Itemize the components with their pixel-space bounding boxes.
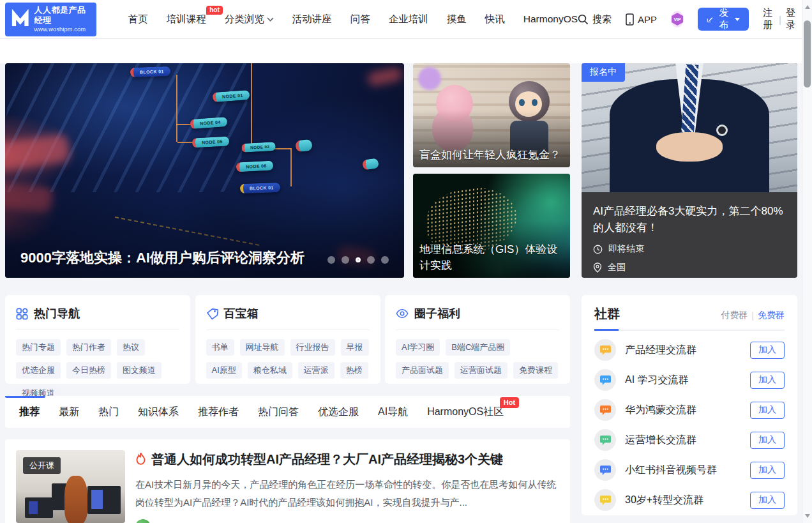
- featured-article-blindbox[interactable]: 盲盒如何让年轻人疯狂氪金？: [413, 63, 570, 167]
- tab-hot[interactable]: 热门: [98, 406, 119, 419]
- chevron-down-icon: [267, 17, 274, 22]
- join-button[interactable]: 加入: [750, 342, 785, 359]
- tab-latest[interactable]: 最新: [59, 406, 79, 419]
- nav-categories[interactable]: 分类浏览: [225, 13, 274, 26]
- scrollbar-down-arrow[interactable]: [805, 514, 810, 518]
- grid-icon: [16, 308, 28, 320]
- group-row[interactable]: AI 学习交流群 加入: [594, 369, 785, 391]
- card-title: 百宝箱: [224, 306, 259, 321]
- article-title-overlay: 盲盒如何让年轻人疯狂氪金？: [419, 147, 564, 163]
- chat-bubble-icon: [599, 465, 612, 476]
- article-excerpt: 在AI技术日新月异的今天，产品经理的角色正在经历一场革命性的转变。你是否也在思考…: [135, 476, 559, 512]
- tag-link[interactable]: AI原型: [206, 362, 242, 379]
- tag-link[interactable]: 优选企服: [16, 362, 61, 379]
- active-tab-indicator: [5, 396, 45, 398]
- group-row[interactable]: 产品经理交流群 加入: [594, 339, 785, 361]
- tab-hot-badge: Hot: [500, 397, 519, 408]
- tag-link[interactable]: 热议: [117, 339, 145, 356]
- phone-icon: [626, 13, 634, 26]
- carousel-dots: [327, 256, 389, 264]
- nav-courses[interactable]: 培训课程hot: [167, 13, 206, 26]
- scrollbar-up-arrow[interactable]: [805, 5, 810, 9]
- card-title: 热门导航: [34, 306, 80, 321]
- tab-authors[interactable]: 推荐作者: [198, 406, 239, 419]
- content-tabbar: 推荐 最新 热门 知识体系 推荐作者 热门问答 优选企服 AI导航 Harmon…: [5, 396, 570, 428]
- join-button[interactable]: 加入: [750, 402, 785, 419]
- nav-hot-badge: hot: [206, 6, 223, 15]
- article-title[interactable]: 普通人如何成功转型AI产品经理？大厂AI产品经理揭秘3个关键: [135, 450, 559, 468]
- tab-ai-nav[interactable]: AI导航: [378, 406, 408, 419]
- group-row[interactable]: 小红书抖音视频号群 加入: [594, 459, 785, 481]
- main-nav: 首页 培训课程hot 分类浏览 活动讲座 问答 企业培训 摸鱼 快讯 Harmo…: [128, 13, 578, 26]
- nav-qa[interactable]: 问答: [350, 13, 370, 26]
- group-name: 30岁+转型交流群: [625, 494, 703, 507]
- carousel-dot-4[interactable]: [367, 256, 375, 264]
- tag-link[interactable]: AI学习圈: [396, 339, 440, 356]
- article-list-item: 公开课 普通人如何成功转型AI产品经理？大厂AI产品经理揭秘3个关键 在AI技术…: [5, 439, 570, 523]
- vip-button[interactable]: VIP: [671, 11, 684, 27]
- event-card[interactable]: 报名中 AI产品经理必备3大硬实力，第二个80%的人都没有！ 即将结束 全国: [582, 63, 797, 278]
- article-thumbnail[interactable]: 公开课: [16, 450, 125, 523]
- join-button[interactable]: 加入: [750, 372, 785, 389]
- tag-link[interactable]: 运营派: [298, 362, 335, 379]
- search-button[interactable]: 搜索: [578, 13, 612, 26]
- chat-bubble-icon: [599, 495, 612, 506]
- tag-link[interactable]: 粮仓私域: [248, 362, 292, 379]
- nav-enterprise-training[interactable]: 企业培训: [389, 13, 428, 26]
- free-groups-link[interactable]: 免费群: [758, 310, 785, 321]
- carousel-dot-1[interactable]: [327, 256, 335, 264]
- group-name: AI 学习交流群: [625, 374, 689, 387]
- featured-article-gis[interactable]: 地理信息系统（GIS）体验设计实践: [413, 174, 570, 278]
- tab-recommend[interactable]: 推荐: [19, 406, 40, 419]
- site-logo[interactable]: 人人都是产品经理 www.woshipm.com: [5, 3, 96, 36]
- join-button[interactable]: 加入: [750, 432, 785, 449]
- tag-link[interactable]: 书单: [206, 339, 234, 356]
- group-name: 华为鸿蒙交流群: [625, 404, 696, 417]
- header-spacer: [0, 39, 802, 63]
- carousel-dot-3-active[interactable]: [356, 257, 361, 262]
- group-row[interactable]: 30岁+转型交流群 加入: [594, 489, 785, 511]
- tag-link[interactable]: 运营面试题: [455, 362, 508, 379]
- group-name: 产品经理交流群: [625, 344, 696, 357]
- tab-hot-qa[interactable]: 热门问答: [258, 406, 299, 419]
- carousel-dot-2[interactable]: [342, 256, 349, 264]
- tag-link[interactable]: 今日热榜: [66, 362, 111, 379]
- tab-harmonyos[interactable]: HarmonyOS社区Hot: [427, 406, 504, 419]
- tag-link[interactable]: 热榜: [340, 362, 368, 379]
- join-button[interactable]: 加入: [750, 492, 785, 509]
- article-title-overlay: 地理信息系统（GIS）体验设计实践: [419, 241, 564, 273]
- tab-enterprise[interactable]: 优选企服: [318, 406, 359, 419]
- register-link[interactable]: 注册: [763, 7, 774, 31]
- publish-button[interactable]: 发布: [698, 8, 749, 31]
- tag-link[interactable]: 热门作者: [66, 339, 111, 356]
- author-avatar[interactable]: [135, 519, 151, 523]
- nav-moyu[interactable]: 摸鱼: [447, 13, 467, 26]
- nav-home[interactable]: 首页: [128, 13, 148, 26]
- tag-link[interactable]: 网址导航: [240, 339, 285, 356]
- tag-link[interactable]: 行业报告: [290, 339, 335, 356]
- group-row[interactable]: 华为鸿蒙交流群 加入: [594, 399, 785, 421]
- tag-link[interactable]: 产品面试题: [396, 362, 449, 379]
- nav-lectures[interactable]: 活动讲座: [292, 13, 332, 26]
- carousel-dot-5[interactable]: [381, 256, 389, 264]
- tab-knowledge[interactable]: 知识体系: [138, 406, 179, 419]
- login-link[interactable]: 登录: [786, 7, 797, 31]
- nav-harmonyos[interactable]: HarmonyOS: [523, 13, 578, 25]
- tag-link[interactable]: 免费课程: [513, 362, 558, 379]
- app-download-button[interactable]: APP: [626, 13, 657, 26]
- tag-link[interactable]: 热门专题: [16, 339, 61, 356]
- tag-link[interactable]: 早报: [341, 339, 369, 356]
- scrollbar-thumb[interactable]: [804, 20, 811, 87]
- group-row[interactable]: 运营增长交流群 加入: [594, 429, 785, 451]
- publish-caret-icon: [735, 18, 740, 21]
- paid-groups-link[interactable]: 付费群: [721, 310, 748, 321]
- logo-url: www.woshipm.com: [34, 26, 89, 33]
- event-location: 全国: [608, 262, 626, 273]
- tag-link[interactable]: B端C端产品圈: [446, 339, 510, 356]
- nav-news[interactable]: 快讯: [485, 13, 505, 26]
- quick-card-circle-benefits: 圈子福利 AI学习圈 B端C端产品圈 产品面试题 运营面试题 免费课程: [385, 295, 570, 384]
- event-time-status: 即将结束: [608, 243, 644, 255]
- tag-link[interactable]: 图文频道: [117, 362, 162, 379]
- hero-carousel-slide[interactable]: BLOCK 01 NODE 01 NODE 04 NODE 05 NODE 02…: [5, 63, 404, 278]
- join-button[interactable]: 加入: [750, 462, 785, 479]
